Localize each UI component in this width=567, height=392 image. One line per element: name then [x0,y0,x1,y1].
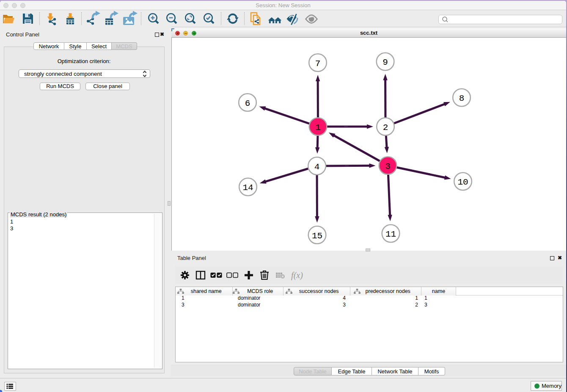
svg-text:2: 2 [383,123,388,133]
svg-text:8: 8 [459,94,465,103]
svg-text:11: 11 [385,229,396,239]
svg-text:7: 7 [315,59,321,69]
svg-text:14: 14 [242,183,253,193]
svg-text:9: 9 [383,58,388,67]
svg-text:f(x): f(x) [291,271,303,280]
svg-text:1: 1 [315,123,321,133]
svg-text:15: 15 [312,231,322,241]
svg-text:3: 3 [385,162,391,171]
svg-text:6: 6 [245,99,250,108]
svg-text:10: 10 [457,177,468,187]
svg-text:4: 4 [314,162,320,172]
